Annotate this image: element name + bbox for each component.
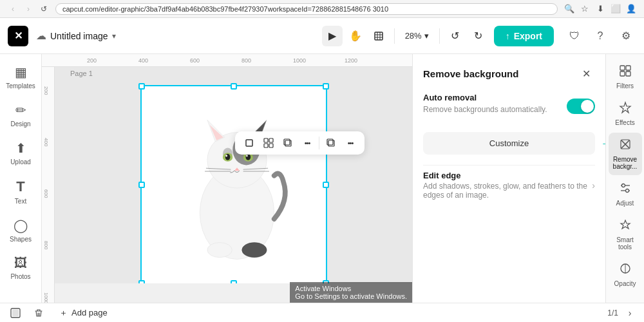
frame-tool-button[interactable] [368, 26, 389, 46]
canvas-wrapper[interactable]: Page 1 [55, 67, 412, 283]
canvas-page[interactable] [140, 85, 327, 283]
canvas-area[interactable]: 200 400 600 800 1000 1200 200 400 600 80… [42, 54, 412, 303]
back-button[interactable]: ‹ [6, 3, 19, 15]
rs-item-effects[interactable]: Effects [609, 96, 642, 131]
frame-icon [374, 31, 384, 41]
bottom-bar: ＋ Add page 1/1 › [0, 303, 644, 322]
smart-tools-icon [619, 218, 632, 234]
sidebar-item-text[interactable]: T Text [3, 173, 39, 210]
download-icon[interactable]: ⬇ [594, 3, 607, 15]
edit-edge-desc: Add shadows, strokes, glow, and feathers… [423, 182, 592, 200]
panel-close-button[interactable]: ✕ [577, 64, 595, 82]
export-button[interactable]: ↑ Export [494, 26, 554, 46]
ruler-mark-1200: 1200 [345, 57, 357, 64]
topbar-title-group: ☁ Untitled image ▾ [36, 30, 116, 42]
customize-button[interactable]: Customize [423, 132, 595, 155]
title-chevron-icon[interactable]: ▾ [112, 32, 116, 41]
svg-point-39 [625, 189, 629, 193]
select-tool-button[interactable]: ▶ [322, 26, 343, 46]
rs-label-filters: Filters [616, 82, 634, 90]
ruler-mark-600: 600 [190, 57, 200, 64]
sidebar-item-templates[interactable]: ▦ Templates [3, 59, 39, 95]
sidebar-left: ▦ Templates ✏ Design ⬆ Upload T Text ◯ S… [0, 54, 42, 303]
tab-icon[interactable]: ⬜ [609, 3, 622, 15]
sidebar-item-design[interactable]: ✏ Design [3, 97, 39, 133]
cat-image[interactable] [161, 99, 313, 277]
ruler-mark-800: 800 [242, 57, 251, 64]
filters-icon [619, 64, 632, 80]
templates-icon: ▦ [15, 64, 27, 80]
export-icon: ↑ [506, 31, 510, 41]
page-label: Page 1 [70, 70, 93, 77]
handle-bottom-middle[interactable] [231, 280, 237, 283]
bookmark-icon[interactable]: ☆ [578, 3, 591, 15]
undo-button[interactable]: ↺ [445, 26, 466, 46]
search-icon[interactable]: 🔍 [563, 3, 576, 15]
sidebar-label-text: Text [15, 198, 26, 205]
urlbar-actions: 🔍 ☆ ⬇ ⬜ 👤 [563, 3, 638, 15]
sidebar-item-photos[interactable]: 🖼 Photos [3, 251, 39, 285]
rs-item-opacity[interactable]: Opacity [609, 257, 642, 292]
rs-item-filters[interactable]: Filters [609, 59, 642, 95]
reload-button[interactable]: ↺ [37, 3, 50, 15]
document-title[interactable]: Untitled image [50, 31, 108, 41]
svg-rect-8 [328, 140, 334, 146]
svg-rect-9 [327, 139, 333, 145]
next-page-button[interactable]: › [622, 305, 638, 321]
panel-content: Remove background ✕ Auto removal Remove … [413, 54, 605, 303]
redo-button[interactable]: ↻ [468, 26, 489, 46]
svg-point-29 [242, 243, 266, 258]
handle-middle-left[interactable] [138, 182, 145, 188]
help-button[interactable]: ? [590, 26, 611, 46]
add-page-label: Add page [71, 308, 108, 317]
duplicate-button[interactable] [322, 134, 340, 152]
handle-top-middle[interactable] [231, 83, 237, 90]
svg-point-21 [225, 155, 227, 157]
sidebar-item-upload[interactable]: ⬆ Upload [3, 135, 39, 171]
svg-point-37 [621, 184, 625, 187]
edit-edge-title: Edit edge [423, 171, 592, 180]
handle-top-left[interactable] [138, 83, 145, 90]
shapes-icon: ◯ [14, 218, 28, 233]
sidebar-item-shapes[interactable]: ◯ Shapes [3, 213, 39, 248]
handle-middle-right[interactable] [323, 182, 329, 188]
handle-top-right[interactable] [323, 83, 329, 90]
text-icon: T [16, 178, 24, 195]
rs-label-smart-tools: Smart tools [611, 236, 639, 251]
shield-button[interactable]: 🛡 [564, 26, 585, 46]
sidebar-label-photos: Photos [10, 273, 30, 280]
svg-point-28 [207, 243, 231, 258]
rs-item-smart-tools[interactable]: Smart tools [609, 213, 642, 256]
hand-tool-button[interactable]: ✋ [345, 26, 366, 46]
forward-button[interactable]: › [22, 3, 35, 15]
toolbar-divider-2 [439, 28, 440, 44]
crop-button[interactable] [240, 134, 258, 152]
copy-button[interactable] [279, 134, 297, 152]
handle-bottom-left[interactable] [138, 280, 145, 283]
close-icon: ✕ [582, 68, 591, 80]
user-avatar[interactable]: 👤 [625, 3, 638, 15]
thumbnail-button[interactable] [8, 305, 23, 321]
settings-button[interactable]: ⚙ [616, 26, 636, 46]
sidebar-right: Filters Effects Removebackgr... [605, 54, 644, 303]
auto-removal-toggle[interactable] [567, 99, 595, 114]
zoom-chevron-icon: ▾ [424, 31, 429, 41]
delete-page-button[interactable] [31, 305, 46, 321]
rs-item-adjust[interactable]: Adjust [609, 176, 642, 212]
zoom-button[interactable]: 28% ▾ [400, 26, 434, 46]
auto-removal-title: Auto removal [423, 93, 547, 102]
handle-bottom-right[interactable] [323, 280, 329, 283]
svg-rect-32 [620, 71, 625, 76]
more-button-2[interactable]: ••• [341, 134, 359, 152]
watermark-line2: Go to Settings to activate Windows. [295, 292, 407, 300]
logo[interactable]: ✕ [8, 26, 28, 46]
add-page-button[interactable]: ＋ Add page [54, 306, 113, 320]
watermark-line1: Activate Windows [295, 285, 407, 292]
toggle-dot [581, 100, 594, 113]
edit-edge-section[interactable]: Edit edge Add shadows, strokes, glow, an… [423, 165, 595, 205]
grid-view-button[interactable] [260, 134, 278, 152]
rs-item-remove-bg[interactable]: Removebackgr... [609, 133, 642, 175]
topbar-right-actions: 🛡 ? ⚙ [564, 26, 636, 46]
url-input[interactable]: capcut.com/editor-graphic/3ba7df9af4ab46… [55, 3, 558, 15]
more-options-button[interactable]: ••• [298, 134, 316, 152]
